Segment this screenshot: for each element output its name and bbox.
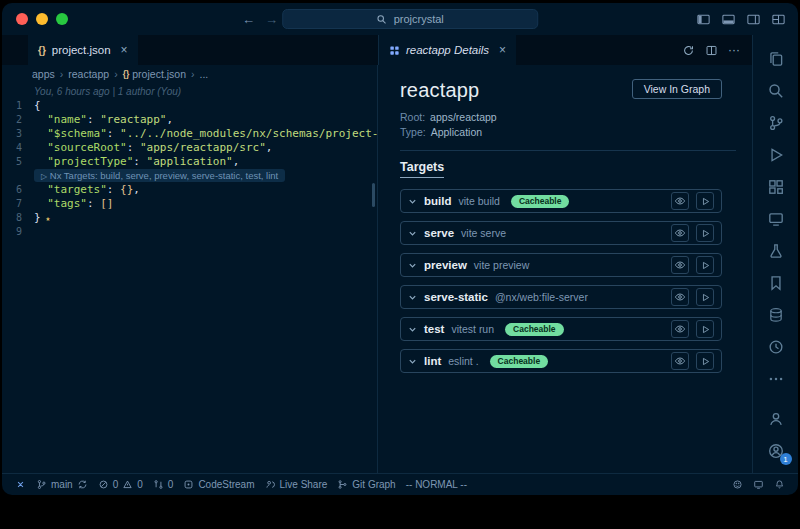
line-number: 9: [2, 226, 34, 237]
code-line: 4 "sourceRoot": "apps/reactapp/src",: [2, 140, 377, 154]
live-share-item[interactable]: Live Share: [260, 474, 333, 495]
zoom-window-button[interactable]: [56, 13, 68, 25]
chevron-down-icon[interactable]: [408, 197, 417, 206]
close-tab-icon[interactable]: ×: [121, 43, 128, 57]
more-actions-icon[interactable]: ···: [728, 43, 740, 57]
run-target-button[interactable]: [696, 288, 714, 306]
tab-label: project.json: [52, 44, 111, 56]
git-status-counter[interactable]: 0: [148, 474, 179, 495]
target-command: eslint .: [448, 355, 478, 367]
tab-project-json[interactable]: {} project.json ×: [28, 35, 138, 65]
eye-icon: [674, 195, 686, 207]
tab-reactapp-details[interactable]: reactapp Details ×: [379, 35, 516, 65]
show-target-config-button[interactable]: [671, 192, 689, 210]
run-target-button[interactable]: [696, 352, 714, 370]
chevron-down-icon[interactable]: [408, 293, 417, 302]
database-icon[interactable]: [753, 299, 799, 331]
show-target-config-button[interactable]: [671, 352, 689, 370]
profile-icon[interactable]: [753, 403, 799, 435]
navigate-forward-icon[interactable]: →: [265, 12, 278, 27]
navigate-back-icon[interactable]: ←: [242, 12, 255, 27]
breadcrumb-separator: ›: [191, 68, 195, 80]
target-row[interactable]: test vitest run Cacheable: [400, 317, 722, 341]
explorer-icon[interactable]: [753, 43, 799, 75]
chevron-down-icon[interactable]: [408, 357, 417, 366]
more-views-icon[interactable]: [753, 363, 799, 395]
breadcrumb-item[interactable]: {} project.json: [123, 68, 186, 80]
remote-indicator[interactable]: [10, 474, 31, 495]
git-graph-item[interactable]: Git Graph: [332, 474, 400, 495]
code-line: 2 "name": "reactapp",: [2, 112, 377, 126]
eye-icon: [674, 355, 686, 367]
problems-indicator[interactable]: 0 0: [93, 474, 148, 495]
run-debug-icon[interactable]: [753, 139, 799, 171]
show-target-config-button[interactable]: [671, 224, 689, 242]
target-name: build: [424, 195, 451, 207]
split-editor-icon[interactable]: [705, 44, 718, 57]
tab-bar: {} project.json × reactapp Details × ··: [2, 35, 752, 65]
live-share-label: Live Share: [280, 479, 328, 490]
run-target-button[interactable]: [696, 192, 714, 210]
target-command: vite build: [458, 195, 499, 207]
root-label: Root:: [400, 111, 425, 123]
bookmarks-icon[interactable]: [753, 267, 799, 299]
refresh-icon[interactable]: [682, 44, 695, 57]
minimize-window-button[interactable]: [36, 13, 48, 25]
code-line: 6 "targets": {},: [2, 182, 377, 196]
show-target-config-button[interactable]: [671, 320, 689, 338]
history-icon[interactable]: [753, 331, 799, 363]
breadcrumb-item[interactable]: reactapp: [68, 68, 109, 80]
source-control-icon[interactable]: [753, 107, 799, 139]
chevron-down-icon[interactable]: [408, 261, 417, 270]
editor-group-left: apps › reactapp › {}: [2, 65, 378, 473]
screencast-item[interactable]: [748, 474, 769, 495]
code-line: 1{: [2, 98, 377, 112]
branch-indicator[interactable]: main: [31, 474, 93, 495]
testing-flask-icon[interactable]: [753, 235, 799, 267]
play-icon: [700, 196, 711, 207]
remote-explorer-icon[interactable]: [753, 203, 799, 235]
target-row[interactable]: preview vite preview: [400, 253, 722, 277]
code-line: You, 6 hours ago | 1 author (You): [2, 84, 377, 98]
toggle-sidebar-icon[interactable]: [696, 12, 711, 27]
toggle-panel-icon[interactable]: [721, 12, 736, 27]
close-window-button[interactable]: [16, 13, 28, 25]
eye-icon: [674, 259, 686, 271]
view-in-graph-button[interactable]: View In Graph: [632, 79, 722, 99]
run-target-button[interactable]: [696, 320, 714, 338]
account-icon[interactable]: 1: [753, 435, 799, 467]
show-target-config-button[interactable]: [671, 288, 689, 306]
codestream-item[interactable]: CodeStream: [178, 474, 259, 495]
feedback-smiley-icon: [732, 479, 743, 490]
customize-layout-icon[interactable]: [771, 12, 786, 27]
editor-scrollbar[interactable]: [372, 183, 375, 207]
codestream-label: CodeStream: [198, 479, 254, 490]
vscode-window: ← → projcrystal {} project.json ×: [2, 3, 798, 495]
target-row[interactable]: serve-static @nx/web:file-server: [400, 285, 722, 309]
line-number: 2: [2, 114, 34, 125]
breadcrumb-item[interactable]: apps: [32, 68, 55, 80]
notifications-item[interactable]: [769, 474, 790, 495]
search-icon[interactable]: [753, 75, 799, 107]
play-icon: [700, 292, 711, 303]
show-target-config-button[interactable]: [671, 256, 689, 274]
chevron-down-icon[interactable]: [408, 229, 417, 238]
target-row[interactable]: build vite build Cacheable: [400, 189, 722, 213]
breadcrumb-item[interactable]: ...: [199, 68, 208, 80]
target-row[interactable]: serve vite serve: [400, 221, 722, 245]
target-row[interactable]: lint eslint . Cacheable: [400, 349, 722, 373]
toggle-secondary-sidebar-icon[interactable]: [746, 12, 761, 27]
command-center-search[interactable]: projcrystal: [282, 9, 538, 29]
activity-bar: 1: [752, 35, 798, 473]
feedback-item[interactable]: [727, 474, 748, 495]
vim-mode-indicator[interactable]: -- NORMAL --: [401, 474, 472, 495]
nx-targets-codelens[interactable]: ▷ Nx Targets: build, serve, preview, ser…: [34, 169, 285, 182]
close-tab-icon[interactable]: ×: [499, 43, 506, 57]
chevron-down-icon[interactable]: [408, 325, 417, 334]
run-target-button[interactable]: [696, 256, 714, 274]
run-target-button[interactable]: [696, 224, 714, 242]
extensions-icon[interactable]: [753, 171, 799, 203]
target-name: preview: [424, 259, 467, 271]
code-line: 8} ★: [2, 210, 377, 224]
code-editor[interactable]: You, 6 hours ago | 1 author (You)1{2 "na…: [2, 83, 377, 473]
